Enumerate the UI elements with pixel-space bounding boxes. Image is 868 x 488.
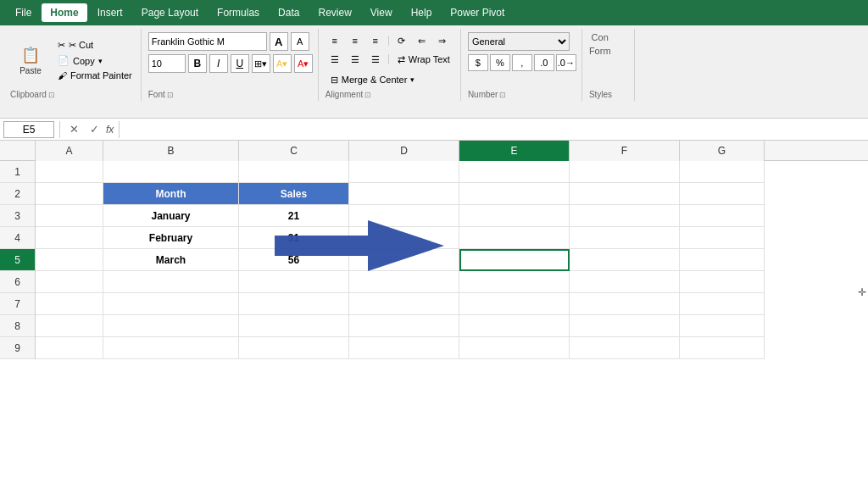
number-expand-icon[interactable]: ⊡ <box>499 91 506 99</box>
col-header-a[interactable]: A <box>36 141 103 161</box>
cell-b4[interactable]: February <box>103 227 239 249</box>
row-header-6[interactable]: 6 <box>0 271 35 293</box>
row-header-1[interactable]: 1 <box>0 161 35 183</box>
formula-input[interactable] <box>125 121 865 138</box>
decrease-font-size-button[interactable]: A <box>291 32 309 51</box>
format-painter-button[interactable]: 🖌 Format Painter <box>54 69 136 82</box>
cell-d7[interactable] <box>349 293 459 315</box>
cancel-formula-icon[interactable]: ✕ <box>65 123 82 136</box>
align-top-left-button[interactable]: ≡ <box>326 32 344 49</box>
col-header-b[interactable]: B <box>103 141 239 161</box>
row-header-7[interactable]: 7 <box>0 293 35 315</box>
cell-c8[interactable] <box>239 315 349 337</box>
cell-a7[interactable] <box>36 293 103 315</box>
cut-button[interactable]: ✂ ✂ Cut <box>54 38 136 53</box>
cell-f2[interactable] <box>570 183 680 205</box>
row-header-8[interactable]: 8 <box>0 315 35 337</box>
bold-button[interactable]: B <box>188 54 207 73</box>
cell-b6[interactable] <box>103 271 239 293</box>
menu-view[interactable]: View <box>362 3 401 22</box>
cell-b9[interactable] <box>103 337 239 359</box>
cell-e7[interactable] <box>459 293 570 315</box>
cell-g2[interactable] <box>680 183 765 205</box>
menu-power-pivot[interactable]: Power Pivot <box>442 3 513 22</box>
cell-g3[interactable] <box>680 205 765 227</box>
cell-c2[interactable]: Sales <box>239 183 349 205</box>
align-bottom-left-button[interactable]: ☰ <box>326 51 344 68</box>
cell-g6[interactable] <box>680 271 765 293</box>
orientation-button[interactable]: ⟳ <box>392 32 411 49</box>
cell-e1[interactable] <box>459 161 570 183</box>
cell-c3[interactable]: 21 <box>239 205 349 227</box>
cell-c9[interactable] <box>239 337 349 359</box>
cell-d3[interactable] <box>349 205 459 227</box>
cell-f7[interactable] <box>570 293 680 315</box>
menu-insert[interactable]: Insert <box>89 3 131 22</box>
font-name-input[interactable] <box>148 32 267 51</box>
font-size-input[interactable] <box>148 54 186 73</box>
cell-g5[interactable] <box>680 249 765 271</box>
paste-button[interactable]: 📋 Paste <box>10 44 51 77</box>
cell-a9[interactable] <box>36 337 103 359</box>
decrease-decimal-button[interactable]: .0→ <box>556 54 576 71</box>
menu-file[interactable]: File <box>7 3 40 22</box>
cell-c4[interactable]: 31 <box>239 227 349 249</box>
cell-d6[interactable] <box>349 271 459 293</box>
cell-b7[interactable] <box>103 293 239 315</box>
cell-e2[interactable] <box>459 183 570 205</box>
cell-a3[interactable] <box>36 205 103 227</box>
col-header-f[interactable]: F <box>570 141 680 161</box>
cell-g9[interactable] <box>680 337 765 359</box>
indent-increase-button[interactable]: ⇒ <box>433 32 452 49</box>
align-top-center-button[interactable]: ≡ <box>346 32 364 49</box>
align-bottom-right-button[interactable]: ☰ <box>366 51 385 68</box>
cell-d1[interactable] <box>349 161 459 183</box>
cell-c6[interactable] <box>239 271 349 293</box>
comma-button[interactable]: , <box>512 54 532 71</box>
percent-button[interactable]: % <box>490 54 510 71</box>
align-bottom-center-button[interactable]: ☰ <box>346 51 364 68</box>
cell-d8[interactable] <box>349 315 459 337</box>
cell-reference-box[interactable] <box>3 121 54 138</box>
fill-color-button[interactable]: A▾ <box>273 54 292 73</box>
cell-a2[interactable] <box>36 183 103 205</box>
number-format-select[interactable]: General Number Currency Date Percentage <box>468 32 570 51</box>
cell-e5[interactable] <box>459 249 570 271</box>
cell-a5[interactable] <box>36 249 103 271</box>
cell-e4[interactable] <box>459 227 570 249</box>
row-header-4[interactable]: 4 <box>0 227 35 249</box>
menu-home[interactable]: Home <box>42 3 86 22</box>
cell-d9[interactable] <box>349 337 459 359</box>
underline-button[interactable]: U <box>231 54 249 73</box>
wrap-text-button[interactable]: ⇄ Wrap Text <box>392 51 455 68</box>
cell-f8[interactable] <box>570 315 680 337</box>
clipboard-expand-icon[interactable]: ⊡ <box>48 91 55 99</box>
cell-a1[interactable] <box>36 161 103 183</box>
cell-e3[interactable] <box>459 205 570 227</box>
col-header-c[interactable]: C <box>239 141 349 161</box>
merge-center-dropdown-icon[interactable]: ▾ <box>410 75 415 84</box>
cell-f1[interactable] <box>570 161 680 183</box>
indent-decrease-button[interactable]: ⇐ <box>413 32 431 49</box>
increase-font-size-button[interactable]: A <box>270 32 288 51</box>
border-button[interactable]: ⊞▾ <box>252 54 270 73</box>
cell-f6[interactable] <box>570 271 680 293</box>
cell-b5[interactable]: March <box>103 249 239 271</box>
cell-d2[interactable] <box>349 183 459 205</box>
currency-button[interactable]: $ <box>468 54 488 71</box>
fx-label[interactable]: fx <box>106 124 114 136</box>
cell-f9[interactable] <box>570 337 680 359</box>
cell-d4[interactable] <box>349 227 459 249</box>
cell-f3[interactable] <box>570 205 680 227</box>
cell-a8[interactable] <box>36 315 103 337</box>
col-header-g[interactable]: G <box>680 141 765 161</box>
alignment-expand-icon[interactable]: ⊡ <box>364 91 371 99</box>
copy-button[interactable]: 📄 Copy ▾ <box>54 53 136 68</box>
menu-page-layout[interactable]: Page Layout <box>133 3 207 22</box>
merge-center-button[interactable]: ⊟ Merge & Center ▾ <box>326 71 420 88</box>
col-header-e[interactable]: E <box>459 141 570 161</box>
row-header-3[interactable]: 3 <box>0 205 35 227</box>
cell-d5[interactable] <box>349 249 459 271</box>
cell-f4[interactable] <box>570 227 680 249</box>
col-header-d[interactable]: D <box>349 141 459 161</box>
